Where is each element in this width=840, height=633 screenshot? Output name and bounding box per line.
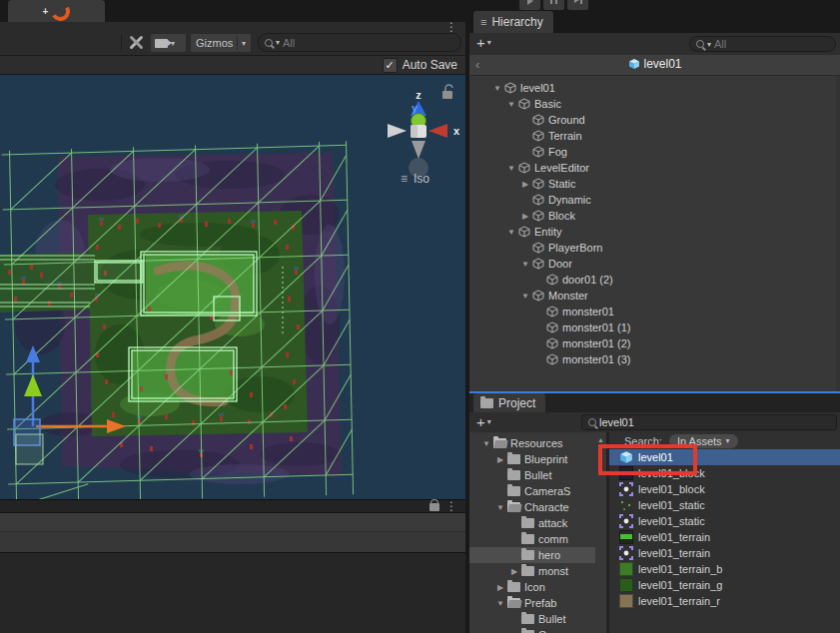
foldout-expanded-icon[interactable] [479, 439, 493, 448]
result-item[interactable]: level01_terrain [609, 545, 840, 561]
gameobject-icon [504, 82, 516, 94]
tree-item[interactable]: Entity [469, 224, 840, 240]
bottom-panel-row[interactable] [0, 512, 465, 531]
result-item[interactable]: level01_terrain_g [609, 577, 840, 593]
scene-search-field[interactable]: ▾ [258, 33, 461, 52]
folder-icon [480, 398, 493, 408]
result-item[interactable]: level01_terrain [609, 529, 840, 545]
tab-hierarchy[interactable]: ≡ Hierarchy [473, 11, 553, 33]
folder-item[interactable]: Comm [469, 627, 595, 633]
project-tab-label: Project [498, 396, 535, 410]
folder-item[interactable]: attack [469, 515, 595, 531]
tree-item[interactable]: Static [469, 176, 840, 192]
project-search-field[interactable] [581, 414, 837, 430]
foldout-expanded-icon[interactable] [493, 599, 507, 608]
foldout-expanded-icon[interactable] [504, 100, 518, 109]
result-item[interactable]: level01_static [609, 513, 840, 529]
tree-item[interactable]: Dynamic [469, 192, 840, 208]
scene-view-region: + ⋮ ▾ Gizmos ▾ ▾ ✓ Auto Save [0, 0, 465, 633]
scene-lock-icon[interactable] [442, 85, 452, 99]
more-menu-icon[interactable]: ⋮ [445, 501, 457, 511]
projection-label[interactable]: Iso [414, 172, 429, 186]
tree-item[interactable]: Ground [469, 112, 840, 128]
texture-icon [619, 594, 633, 608]
create-asset-button[interactable]: + ▾ [476, 414, 491, 429]
create-object-button[interactable]: + ▾ [476, 35, 491, 50]
tree-item[interactable]: monster01 (3) [469, 351, 840, 367]
lock-icon[interactable] [429, 503, 439, 511]
camera-settings-button[interactable]: ▾ [150, 33, 187, 53]
chevron-down-icon: ▾ [707, 40, 711, 49]
foldout-collapsed-icon[interactable] [518, 180, 532, 189]
foldout-expanded-icon[interactable] [518, 260, 532, 269]
tree-item[interactable]: Fog [469, 144, 840, 160]
scene-viewport[interactable]: z y x ≡ Iso [0, 75, 465, 499]
result-item[interactable]: level01_block [609, 481, 840, 497]
play-button[interactable] [519, 0, 540, 10]
folder-item-selected[interactable]: hero [469, 547, 595, 563]
gizmos-dropdown-button[interactable]: Gizmos ▾ [190, 33, 252, 53]
folder-item[interactable]: Characte [469, 499, 595, 515]
folder-item[interactable]: Prefab [469, 595, 595, 611]
hierarchy-search-input[interactable] [714, 38, 829, 50]
tree-item[interactable]: monster01 (1) [469, 319, 840, 335]
axis-negz-cone[interactable] [412, 141, 425, 159]
breadcrumb-item[interactable]: level01 [627, 57, 681, 71]
folder-item[interactable]: Icon [469, 579, 595, 595]
foldout-collapsed-icon[interactable] [507, 567, 521, 576]
tree-item[interactable]: monster01 [469, 304, 840, 319]
auto-save-label: Auto Save [403, 58, 457, 72]
tree-item[interactable]: monster01 (2) [469, 335, 840, 351]
tree-item[interactable]: door01 (2) [469, 272, 840, 288]
scroll-up-icon[interactable]: ▲ [597, 436, 604, 443]
bottom-panel-row[interactable] [0, 531, 465, 552]
folder-item[interactable]: Resources [469, 435, 595, 451]
result-item[interactable]: level01_terrain_b [609, 561, 840, 577]
folder-item[interactable]: Bullet [469, 611, 595, 627]
scrollbar[interactable] [836, 76, 840, 391]
scene-orientation-gizmo[interactable]: z y x ≡ Iso [388, 85, 460, 186]
axis-negx-cone[interactable] [388, 124, 407, 138]
folder-icon [521, 614, 534, 624]
back-chevron-icon[interactable]: ‹ [475, 57, 479, 72]
axis-x-cone[interactable] [428, 124, 447, 138]
tab-project[interactable]: Project [473, 393, 545, 412]
folder-item[interactable]: comm [469, 531, 595, 547]
folder-item[interactable]: Bullet [469, 467, 595, 483]
tools-icon[interactable] [128, 35, 144, 51]
tree-item[interactable]: Terrain [469, 128, 840, 144]
tree-item[interactable]: Basic [469, 96, 840, 112]
foldout-expanded-icon[interactable] [493, 503, 507, 512]
gameobject-icon [532, 258, 544, 270]
hierarchy-search-field[interactable]: ▾ [689, 36, 836, 52]
tree-item[interactable]: Block [469, 208, 840, 224]
foldout-expanded-icon[interactable] [504, 164, 518, 173]
foldout-expanded-icon[interactable] [504, 228, 518, 237]
more-menu-icon[interactable]: ⋮ [445, 22, 457, 32]
pause-button[interactable] [543, 0, 564, 10]
scene-search-input[interactable] [283, 37, 454, 49]
search-icon [588, 418, 596, 426]
foldout-collapsed-icon[interactable] [493, 583, 507, 592]
foldout-expanded-icon[interactable] [518, 292, 532, 301]
tree-item[interactable]: LevelEditor [469, 160, 840, 176]
axis-z-label: z [416, 89, 421, 101]
tree-item[interactable]: PlayerBorn [469, 240, 840, 256]
window-tab-button[interactable]: + [8, 0, 105, 22]
folder-item[interactable]: Blueprint [469, 451, 595, 467]
result-item[interactable]: level01_static [609, 497, 840, 513]
foldout-collapsed-icon[interactable] [518, 212, 532, 221]
folder-item[interactable]: CameraS [469, 483, 595, 499]
gameobject-icon [546, 274, 558, 286]
tree-item[interactable]: Door [469, 256, 840, 272]
auto-save-checkbox[interactable]: ✓ [383, 58, 398, 73]
tree-item[interactable]: level01 [469, 80, 840, 96]
foldout-expanded-icon[interactable] [490, 84, 504, 93]
gameobject-icon [532, 178, 544, 190]
foldout-collapsed-icon[interactable] [493, 455, 507, 464]
project-search-input[interactable] [599, 416, 830, 428]
tree-item[interactable]: Monster [469, 288, 840, 304]
step-button[interactable] [567, 0, 588, 10]
result-item[interactable]: level01_terrain_r [609, 593, 840, 609]
folder-item[interactable]: monst [469, 563, 595, 579]
